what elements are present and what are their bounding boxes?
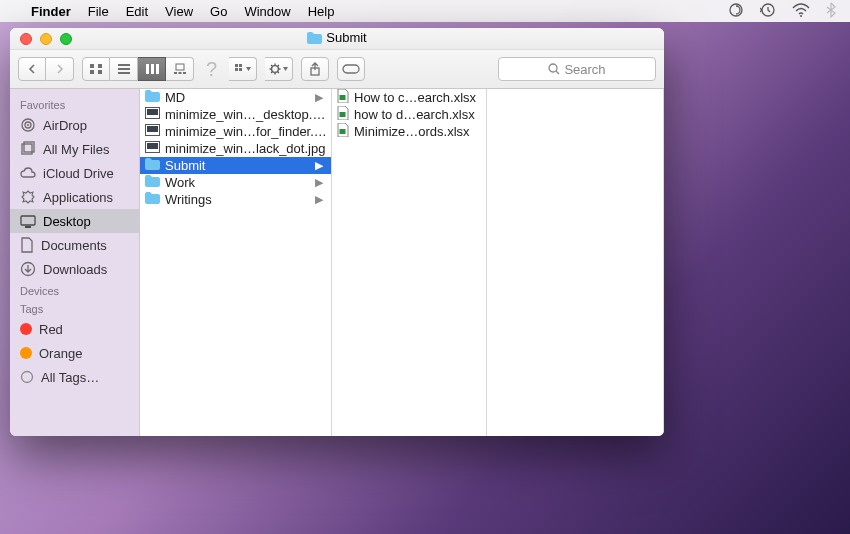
- menubar-app[interactable]: Finder: [31, 4, 71, 19]
- arrange-group: [229, 57, 257, 81]
- sidebar-item-allfiles[interactable]: All My Files: [10, 137, 139, 161]
- sidebar-item-label: Downloads: [43, 262, 107, 277]
- column-browser: MD▶minimize_win…_desktop.jpgminimize_win…: [140, 89, 664, 436]
- menu-go[interactable]: Go: [210, 4, 227, 19]
- finder-window: Submit ? Search Favorite: [10, 28, 664, 436]
- sidebar-item-applications[interactable]: Applications: [10, 185, 139, 209]
- search-placeholder: Search: [564, 62, 605, 77]
- share-button[interactable]: [301, 57, 329, 81]
- view-list[interactable]: [110, 57, 138, 81]
- minimize-button[interactable]: [40, 33, 52, 45]
- svg-rect-5: [90, 70, 94, 74]
- wifi-icon[interactable]: [792, 3, 810, 20]
- file-label: How to c…earch.xlsx: [354, 90, 482, 105]
- sidebar-alltags[interactable]: All Tags…: [10, 365, 139, 389]
- search-icon: [548, 63, 560, 75]
- back-button[interactable]: [18, 57, 46, 81]
- file-row[interactable]: minimize_win…lack_dot.jpg: [140, 140, 331, 157]
- file-row[interactable]: MD▶: [140, 89, 331, 106]
- svg-point-42: [22, 372, 33, 383]
- svg-rect-44: [147, 109, 158, 115]
- menubar-status: [728, 2, 836, 21]
- svg-point-2: [800, 15, 802, 17]
- file-label: minimize_win…lack_dot.jpg: [165, 141, 327, 156]
- svg-rect-8: [118, 68, 130, 70]
- file-row[interactable]: minimize_win…_desktop.jpg: [140, 106, 331, 123]
- svg-rect-14: [174, 72, 177, 74]
- toggle-icon[interactable]: [728, 2, 744, 21]
- nav-buttons: [18, 57, 74, 81]
- action-button[interactable]: [265, 57, 293, 81]
- svg-rect-31: [343, 65, 359, 73]
- xlsx-icon: [337, 106, 349, 123]
- menu-file[interactable]: File: [88, 4, 109, 19]
- view-gallery[interactable]: [166, 57, 194, 81]
- chevron-right-icon: ▶: [315, 176, 327, 189]
- svg-point-36: [27, 124, 29, 126]
- file-row[interactable]: Minimize…ords.xlsx: [332, 123, 486, 140]
- bluetooth-icon[interactable]: [826, 2, 836, 21]
- svg-rect-15: [178, 72, 181, 74]
- svg-rect-3: [90, 64, 94, 68]
- svg-rect-39: [21, 216, 35, 225]
- sidebar-heading-tags: Tags: [10, 299, 139, 317]
- file-row[interactable]: minimize_win…for_finder.jpg: [140, 123, 331, 140]
- sidebar: Favorites AirDrop All My Files iCloud Dr…: [10, 89, 140, 436]
- sidebar-item-desktop[interactable]: Desktop: [10, 209, 139, 233]
- file-label: minimize_win…_desktop.jpg: [165, 107, 327, 122]
- svg-line-29: [277, 65, 278, 66]
- airdrop-icon: [20, 117, 36, 133]
- sidebar-item-downloads[interactable]: Downloads: [10, 257, 139, 281]
- sidebar-item-label: iCloud Drive: [43, 166, 114, 181]
- close-button[interactable]: [20, 33, 32, 45]
- svg-line-28: [271, 72, 272, 73]
- menu-help[interactable]: Help: [308, 4, 335, 19]
- sidebar-item-icloud[interactable]: iCloud Drive: [10, 161, 139, 185]
- svg-rect-6: [98, 70, 102, 74]
- view-icons[interactable]: [82, 57, 110, 81]
- file-row[interactable]: Submit▶: [140, 157, 331, 174]
- sidebar-item-airdrop[interactable]: AirDrop: [10, 113, 139, 137]
- file-row[interactable]: Work▶: [140, 174, 331, 191]
- svg-point-32: [549, 64, 557, 72]
- menu-window[interactable]: Window: [244, 4, 290, 19]
- svg-rect-13: [176, 64, 184, 70]
- folder-icon: [145, 192, 160, 207]
- svg-line-27: [277, 72, 278, 73]
- chevron-right-icon: ▶: [315, 193, 327, 206]
- zoom-button[interactable]: [60, 33, 72, 45]
- sidebar-item-label: Red: [39, 322, 63, 337]
- tag-dot-icon: [20, 347, 32, 359]
- arrange-button[interactable]: [229, 57, 257, 81]
- menu-edit[interactable]: Edit: [126, 4, 148, 19]
- menu-view[interactable]: View: [165, 4, 193, 19]
- svg-rect-20: [239, 68, 242, 71]
- file-label: Submit: [165, 158, 310, 173]
- file-row[interactable]: How to c…earch.xlsx: [332, 89, 486, 106]
- svg-rect-40: [25, 226, 31, 228]
- svg-line-33: [556, 71, 559, 74]
- column-2[interactable]: How to c…earch.xlsxhow to d…earch.xlsxMi…: [332, 89, 487, 436]
- chevron-right-icon: ▶: [315, 91, 327, 104]
- svg-point-21: [271, 66, 278, 73]
- sidebar-tag-orange[interactable]: Orange: [10, 341, 139, 365]
- file-row[interactable]: Writings▶: [140, 191, 331, 208]
- view-columns[interactable]: [138, 57, 166, 81]
- file-row[interactable]: how to d…earch.xlsx: [332, 106, 486, 123]
- sidebar-tag-red[interactable]: Red: [10, 317, 139, 341]
- forward-button[interactable]: [46, 57, 74, 81]
- action-group: [265, 57, 293, 81]
- help-icon: ?: [202, 58, 221, 81]
- column-1[interactable]: MD▶minimize_win…_desktop.jpgminimize_win…: [140, 89, 332, 436]
- tags-button[interactable]: [337, 57, 365, 81]
- timemachine-icon[interactable]: [760, 2, 776, 21]
- file-label: Work: [165, 175, 310, 190]
- titlebar[interactable]: Submit: [10, 28, 664, 50]
- chevron-right-icon: ▶: [315, 159, 327, 172]
- search-field[interactable]: Search: [498, 57, 656, 81]
- column-3[interactable]: [487, 89, 664, 436]
- svg-rect-12: [156, 64, 159, 74]
- image-icon: [145, 141, 160, 156]
- sidebar-item-documents[interactable]: Documents: [10, 233, 139, 257]
- svg-rect-51: [340, 129, 346, 134]
